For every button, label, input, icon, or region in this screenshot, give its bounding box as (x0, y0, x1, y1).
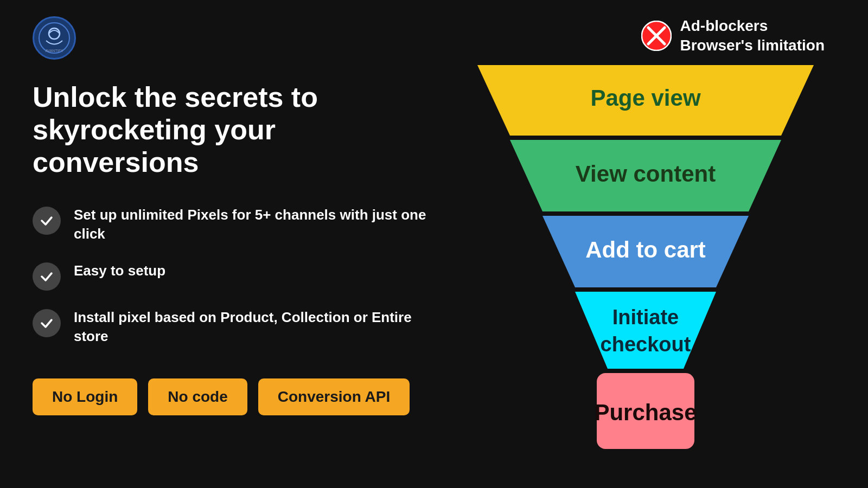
svg-text:checkout: checkout (601, 333, 691, 356)
adblocker-text: Ad-blockers Browser's limitation (680, 16, 825, 56)
features-list: Set up unlimited Pixels for 5+ channels … (33, 206, 439, 345)
svg-text:Add to cart: Add to cart (585, 237, 706, 262)
feature-item-1: Set up unlimited Pixels for 5+ channels … (33, 206, 439, 243)
svg-text:View content: View content (576, 161, 716, 187)
check-icon-2 (33, 262, 61, 291)
left-content: Unlock the secrets to skyrocketing your … (33, 81, 439, 415)
svg-text:AVANTIFY: AVANTIFY (45, 49, 63, 53)
buttons-row: No Login No code Conversion API (33, 378, 439, 415)
headline: Unlock the secrets to skyrocketing your … (33, 81, 439, 178)
feature-text-3: Install pixel based on Product, Collecti… (74, 308, 439, 346)
block-icon (641, 21, 672, 51)
conversion-api-button[interactable]: Conversion API (258, 378, 410, 415)
feature-item-2: Easy to setup (33, 261, 439, 291)
svg-marker-12 (575, 292, 716, 369)
no-login-button[interactable]: No Login (33, 378, 137, 415)
feature-item-3: Install pixel based on Product, Collecti… (33, 308, 439, 346)
no-code-button[interactable]: No code (148, 378, 247, 415)
funnel-container: Page view View content Add to cart Initi… (456, 65, 835, 461)
check-icon-3 (33, 309, 61, 337)
logo: AVANTIFY (33, 16, 76, 60)
svg-text:Page view: Page view (590, 85, 700, 111)
funnel-chart: Page view View content Add to cart Initi… (461, 65, 830, 455)
feature-text-1: Set up unlimited Pixels for 5+ channels … (74, 206, 439, 243)
svg-text:Initiate: Initiate (612, 306, 679, 329)
feature-text-2: Easy to setup (74, 261, 165, 280)
svg-text:Purchase: Purchase (594, 400, 697, 425)
adblocker-badge: Ad-blockers Browser's limitation (641, 16, 825, 56)
svg-marker-16 (608, 373, 684, 380)
check-icon-1 (33, 207, 61, 235)
